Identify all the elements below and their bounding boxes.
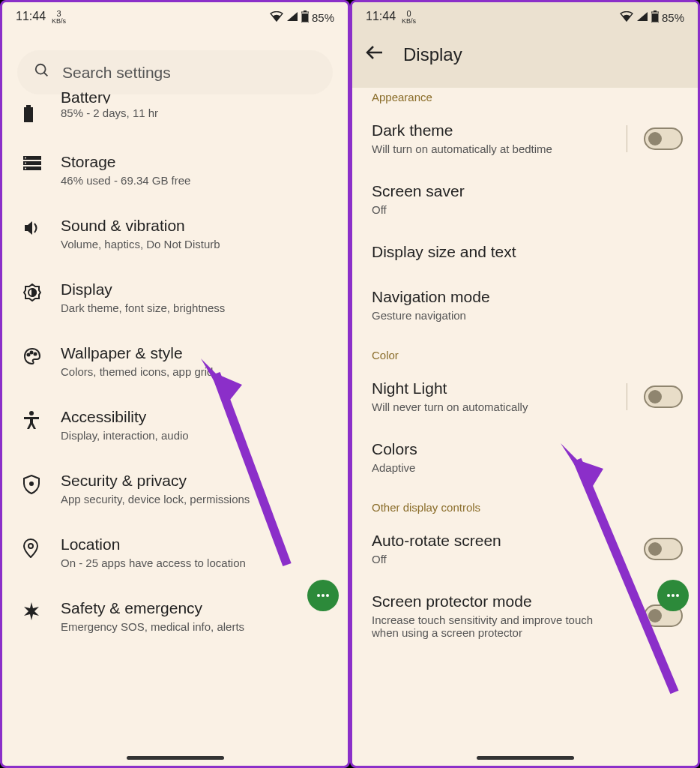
svg-rect-30: [652, 14, 658, 22]
svg-point-12: [25, 168, 26, 170]
svg-rect-20: [30, 417, 33, 423]
battery-icon: [301, 10, 309, 25]
row-title: Accessibility: [61, 408, 333, 426]
search-icon: [34, 62, 50, 82]
sound-icon: [23, 220, 41, 238]
svg-point-3: [36, 64, 46, 74]
dark-theme-toggle[interactable]: [644, 128, 683, 150]
wallpaper-row[interactable]: Wallpaper & style Colors, themed icons, …: [2, 329, 348, 393]
row-title: Wallpaper & style: [61, 344, 333, 362]
wifi-icon: [270, 11, 283, 24]
display-size-row[interactable]: Display size and text: [352, 230, 698, 274]
status-speed: 0KB/s: [402, 10, 416, 25]
gesture-bar[interactable]: [477, 756, 574, 760]
fab-button[interactable]: [307, 580, 339, 611]
row-title: Sound & vibration: [61, 217, 333, 235]
signal-icon: [286, 11, 298, 24]
row-title: Screen saver: [372, 182, 683, 200]
page-title: Display: [403, 44, 462, 65]
svg-point-18: [29, 411, 34, 416]
row-title: Security & privacy: [61, 472, 333, 490]
accessibility-icon: [23, 411, 41, 429]
divider: [627, 125, 627, 152]
row-title: Location: [61, 536, 333, 554]
battery-row[interactable]: Battery 85% - 2 days, 11 hr: [2, 102, 348, 138]
storage-icon: [23, 156, 41, 174]
night-light-row[interactable]: Night Light Will never turn on automatic…: [352, 366, 698, 427]
navigation-mode-row[interactable]: Navigation mode Gesture navigation: [352, 274, 698, 335]
section-appearance: Appearance: [352, 88, 698, 108]
row-title: Dark theme: [372, 122, 619, 140]
status-time: 11:44: [16, 10, 46, 23]
auto-rotate-toggle[interactable]: [644, 538, 683, 560]
svg-point-17: [34, 353, 37, 356]
dark-theme-row[interactable]: Dark theme Will turn on automatically at…: [352, 108, 698, 169]
svg-point-25: [326, 594, 329, 597]
svg-rect-2: [302, 14, 308, 22]
svg-point-33: [672, 594, 675, 597]
row-sub: Display, interaction, audio: [61, 429, 333, 442]
night-light-toggle[interactable]: [644, 386, 683, 408]
shield-icon: [23, 475, 41, 493]
search-placeholder: Search settings: [62, 64, 171, 82]
row-sub: Off: [372, 203, 683, 216]
back-icon[interactable]: [366, 45, 384, 64]
row-sub: Gesture navigation: [372, 309, 683, 322]
section-color: Color: [352, 346, 698, 366]
colors-row[interactable]: Colors Adaptive: [352, 427, 698, 488]
settings-main-screen: 11:44 3KB/s 85% Search settings Battery: [0, 0, 350, 768]
row-title: Display size and text: [372, 243, 683, 261]
row-sub: Emergency SOS, medical info, alerts: [61, 620, 333, 633]
status-speed: 3KB/s: [52, 10, 66, 25]
svg-rect-6: [24, 107, 33, 122]
palette-icon: [23, 347, 41, 365]
row-sub: Will turn on automatically at bedtime: [372, 142, 619, 155]
row-sub: Off: [372, 553, 636, 566]
screen-saver-row[interactable]: Screen saver Off: [352, 169, 698, 230]
svg-point-21: [30, 482, 33, 485]
battery-icon: [23, 105, 41, 123]
location-icon: [23, 538, 41, 556]
svg-point-15: [28, 354, 30, 356]
row-title: Storage: [61, 153, 333, 171]
accessibility-row[interactable]: Accessibility Display, interaction, audi…: [2, 393, 348, 457]
row-title: Screen protector mode: [372, 592, 636, 610]
emergency-icon: [23, 602, 41, 620]
row-sub: Adaptive: [372, 461, 683, 474]
fab-button[interactable]: [657, 580, 689, 611]
section-other: Other display controls: [352, 498, 698, 518]
signal-icon: [636, 11, 648, 24]
row-sub: 46% used - 69.34 GB free: [61, 174, 333, 187]
row-sub: 85% - 2 days, 11 hr: [61, 106, 333, 119]
svg-point-11: [25, 163, 26, 164]
row-title: Navigation mode: [372, 288, 683, 306]
display-row[interactable]: Display Dark theme, font size, brightnes…: [2, 266, 348, 329]
auto-rotate-row[interactable]: Auto-rotate screen Off: [352, 518, 698, 579]
svg-rect-5: [26, 105, 31, 107]
row-title: Auto-rotate screen: [372, 532, 636, 550]
svg-point-24: [322, 594, 325, 597]
svg-point-16: [31, 352, 33, 354]
row-title: Colors: [372, 440, 683, 458]
header: Display: [352, 28, 698, 88]
svg-point-10: [25, 158, 26, 159]
location-row[interactable]: Location On - 25 apps have access to loc…: [2, 520, 348, 584]
row-sub: Increase touch sensitivity and improve t…: [372, 614, 612, 639]
settings-list: Battery 85% - 2 days, 11 hr Storage 46% …: [2, 102, 348, 693]
screen-protector-row[interactable]: Screen protector mode Increase touch sen…: [352, 579, 698, 652]
battery-icon: [651, 10, 659, 25]
security-row[interactable]: Security & privacy App security, device …: [2, 457, 348, 520]
search-settings[interactable]: Search settings: [17, 50, 333, 94]
gesture-bar[interactable]: [127, 756, 224, 760]
status-battery: 85%: [662, 11, 684, 24]
storage-row[interactable]: Storage 46% used - 69.34 GB free: [2, 138, 348, 202]
divider: [627, 383, 627, 410]
row-title: Night Light: [372, 380, 619, 398]
row-sub: Will never turn on automatically: [372, 400, 619, 413]
row-sub: Dark theme, font size, brightness: [61, 302, 333, 314]
safety-row[interactable]: Safety & emergency Emergency SOS, medica…: [2, 584, 348, 648]
status-time: 11:44: [366, 10, 396, 23]
brightness-icon: [23, 284, 41, 302]
wifi-icon: [620, 11, 633, 24]
sound-row[interactable]: Sound & vibration Volume, haptics, Do No…: [2, 202, 348, 266]
